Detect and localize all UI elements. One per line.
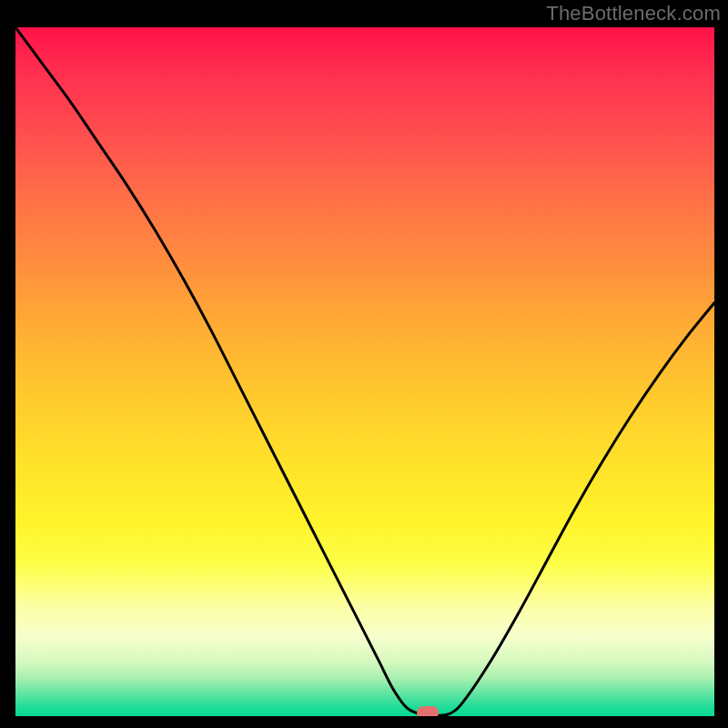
chart-stage: TheBottleneck.com — [0, 0, 728, 728]
plot-area — [15, 27, 714, 716]
optimum-marker — [417, 706, 439, 716]
curve-svg — [15, 27, 714, 716]
bottleneck-curve — [15, 27, 714, 715]
watermark-text: TheBottleneck.com — [546, 2, 721, 25]
